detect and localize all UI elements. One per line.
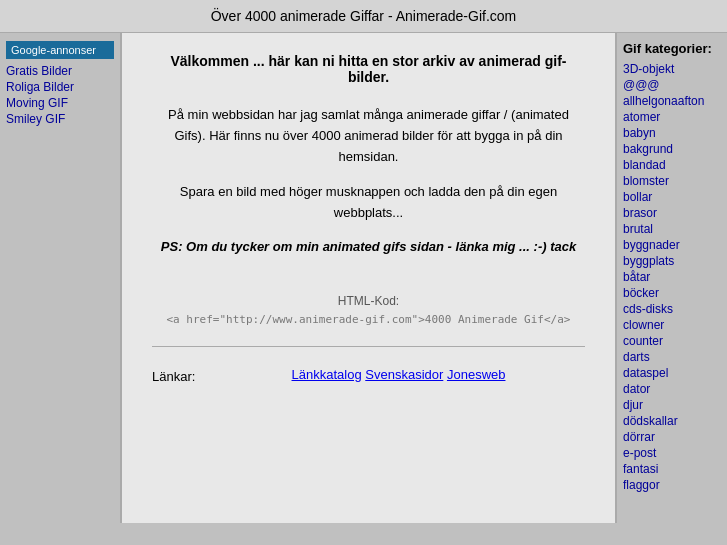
sidebar-link-smiley-gif[interactable]: Smiley GIF xyxy=(6,112,114,126)
sidebar-link-roliga-bilder[interactable]: Roliga Bilder xyxy=(6,80,114,94)
sidebar-link-gratis-bilder[interactable]: Gratis Bilder xyxy=(6,64,114,78)
cat-blandad[interactable]: blandad xyxy=(623,158,721,172)
cat-brasor[interactable]: brasor xyxy=(623,206,721,220)
cat-clowner[interactable]: clowner xyxy=(623,318,721,332)
cat-bocker[interactable]: böcker xyxy=(623,286,721,300)
cat-cds-disks[interactable]: cds-disks xyxy=(623,302,721,316)
cat-dodskallar[interactable]: dödskallar xyxy=(623,414,721,428)
cat-3d-objekt[interactable]: 3D-objekt xyxy=(623,62,721,76)
category-title: Gif kategorier: xyxy=(623,41,721,56)
cat-byggnader[interactable]: byggnader xyxy=(623,238,721,252)
cat-fantasi[interactable]: fantasi xyxy=(623,462,721,476)
cat-dorrar[interactable]: dörrar xyxy=(623,430,721,444)
sidebar-link-moving-gif[interactable]: Moving GIF xyxy=(6,96,114,110)
page-title: Över 4000 animerade Giffar - Animerade-G… xyxy=(0,0,727,33)
cat-byggplats[interactable]: byggplats xyxy=(623,254,721,268)
google-annonser-button[interactable]: Google-annonser xyxy=(6,41,114,59)
cat-atomer[interactable]: atomer xyxy=(623,110,721,124)
cat-batar[interactable]: båtar xyxy=(623,270,721,284)
link-lankkatalog[interactable]: Länkkatalog xyxy=(292,367,362,382)
cat-brutal[interactable]: brutal xyxy=(623,222,721,236)
cat-bollar[interactable]: bollar xyxy=(623,190,721,204)
links-label: Länkar: xyxy=(152,369,195,384)
cat-darts[interactable]: darts xyxy=(623,350,721,364)
link-svenskasidor[interactable]: Svenskasidor xyxy=(365,367,443,382)
divider xyxy=(152,346,585,347)
html-label: HTML-Kod: xyxy=(152,294,585,308)
cat-counter[interactable]: counter xyxy=(623,334,721,348)
cat-djur[interactable]: djur xyxy=(623,398,721,412)
cat-flaggor[interactable]: flaggor xyxy=(623,478,721,492)
link-jonesweb[interactable]: Jonesweb xyxy=(447,367,506,382)
ps-text: PS: Om du tycker om min animated gifs si… xyxy=(152,239,585,254)
body-text-1: På min webbsidan har jag samlat många an… xyxy=(152,105,585,167)
cat-allhelgonaafton[interactable]: allhelgonaafton xyxy=(623,94,721,108)
welcome-text: Välkommen ... här kan ni hitta en stor a… xyxy=(152,53,585,85)
html-code-value: <a href="http://www.animerade-gif.com">4… xyxy=(152,313,585,326)
cat-babyn[interactable]: babyn xyxy=(623,126,721,140)
html-code-section: HTML-Kod: <a href="http://www.animerade-… xyxy=(152,294,585,326)
cat-dator[interactable]: dator xyxy=(623,382,721,396)
links-section: Länkar: Länkkatalog Svenskasidor Joneswe… xyxy=(152,367,585,384)
cat-dataspel[interactable]: dataspel xyxy=(623,366,721,380)
left-sidebar: Google-annonser Gratis Bilder Roliga Bil… xyxy=(0,33,120,523)
cat-blomster[interactable]: blomster xyxy=(623,174,721,188)
cat-aaa[interactable]: @@@ xyxy=(623,78,721,92)
main-content: Välkommen ... här kan ni hitta en stor a… xyxy=(120,33,617,523)
cat-e-post[interactable]: e-post xyxy=(623,446,721,460)
body-text-2: Spara en bild med höger musknappen och l… xyxy=(152,182,585,224)
right-sidebar: Gif kategorier: 3D-objekt @@@ allhelgona… xyxy=(617,33,727,523)
cat-bakgrund[interactable]: bakgrund xyxy=(623,142,721,156)
